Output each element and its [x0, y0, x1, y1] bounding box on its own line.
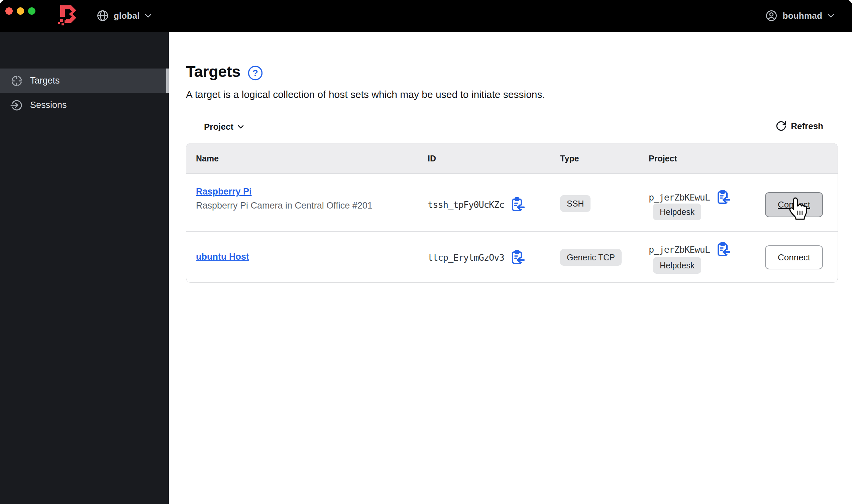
name-cell: ubuntu Host	[196, 252, 249, 262]
project-id: p_jerZbKEwuL	[649, 192, 710, 202]
type-cell: SSH	[560, 195, 590, 212]
page-description: A target is a logical collection of host…	[186, 89, 545, 100]
sidebar-item-label: Targets	[30, 75, 60, 86]
project-id: p_jerZbKEwuL	[649, 244, 710, 255]
table-header: Name ID Type Project	[186, 143, 838, 174]
close-window-button[interactable]	[5, 7, 13, 15]
target-name-link[interactable]: ubuntu Host	[196, 252, 249, 262]
copy-id-icon[interactable]	[510, 249, 525, 265]
column-header-project: Project	[649, 143, 677, 174]
active-item-indicator	[166, 69, 169, 93]
refresh-label: Refresh	[791, 121, 823, 131]
project-badge: Helpdesk	[653, 203, 701, 220]
name-cell: Raspberry Pi Raspberry Pi Camera in Cent…	[196, 186, 373, 211]
project-name-cell: Helpdesk	[653, 257, 701, 274]
project-badge: Helpdesk	[653, 257, 701, 274]
type-badge: Generic TCP	[560, 249, 622, 266]
sidebar: Targets Sessions	[0, 32, 169, 504]
type-cell: Generic TCP	[560, 249, 622, 266]
chevron-down-icon	[144, 13, 152, 18]
chevron-down-icon	[827, 13, 835, 18]
target-crosshair-icon	[10, 74, 23, 88]
targets-table: Name ID Type Project Raspberry Pi Raspbe…	[186, 143, 838, 283]
connect-button[interactable]: Connect	[765, 245, 823, 269]
zoom-window-button[interactable]	[28, 7, 35, 15]
table-row: ubuntu Host ttcp_ErytmGzOv3 Generic TCP	[186, 232, 838, 283]
page-title: Targets	[186, 62, 241, 80]
project-filter-label: Project	[204, 122, 233, 132]
copy-project-id-icon[interactable]	[716, 241, 731, 257]
sidebar-item-sessions[interactable]: Sessions	[0, 93, 169, 117]
column-header-name: Name	[196, 143, 219, 174]
type-badge: SSH	[560, 195, 590, 212]
sidebar-item-targets[interactable]: Targets	[0, 69, 169, 93]
target-name-link[interactable]: Raspberry Pi	[196, 186, 252, 197]
project-name-cell: Helpdesk	[653, 203, 701, 220]
scope-switcher[interactable]: global	[96, 8, 152, 23]
scope-label: global	[114, 11, 140, 21]
user-icon	[765, 10, 778, 22]
refresh-button[interactable]: Refresh	[776, 120, 823, 132]
id-cell: tssh_tpFy0UcKZc	[428, 197, 525, 213]
id-cell: ttcp_ErytmGzOv3	[428, 249, 525, 265]
session-arrow-circle-icon	[10, 98, 23, 112]
titlebar: global bouhmad	[0, 0, 852, 32]
project-filter-dropdown[interactable]: Project	[204, 122, 244, 132]
copy-project-id-icon[interactable]	[716, 189, 731, 205]
svg-text:?: ?	[252, 68, 258, 78]
connect-button[interactable]: Connect	[765, 192, 823, 217]
copy-id-icon[interactable]	[510, 197, 525, 213]
minimize-window-button[interactable]	[17, 7, 24, 15]
boundary-desktop-window: global bouhmad	[0, 0, 852, 504]
project-id-cell: p_jerZbKEwuL	[649, 189, 731, 205]
refresh-icon	[776, 120, 787, 132]
target-id: ttcp_ErytmGzOv3	[428, 252, 504, 263]
user-menu[interactable]: bouhmad	[765, 8, 835, 23]
table-row: Raspberry Pi Raspberry Pi Camera in Cent…	[186, 174, 838, 232]
project-id-cell: p_jerZbKEwuL	[649, 241, 731, 257]
username-label: bouhmad	[783, 11, 822, 21]
chevron-down-icon	[237, 125, 244, 129]
column-header-type: Type	[560, 143, 579, 174]
target-id: tssh_tpFy0UcKZc	[428, 199, 504, 210]
boundary-logo-icon	[57, 5, 77, 26]
target-description: Raspberry Pi Camera in Central Office #2…	[196, 200, 373, 211]
help-icon[interactable]: ?	[247, 65, 263, 81]
globe-icon	[96, 10, 109, 22]
column-header-id: ID	[428, 143, 436, 174]
window-controls	[5, 7, 35, 15]
sidebar-item-label: Sessions	[30, 100, 67, 110]
